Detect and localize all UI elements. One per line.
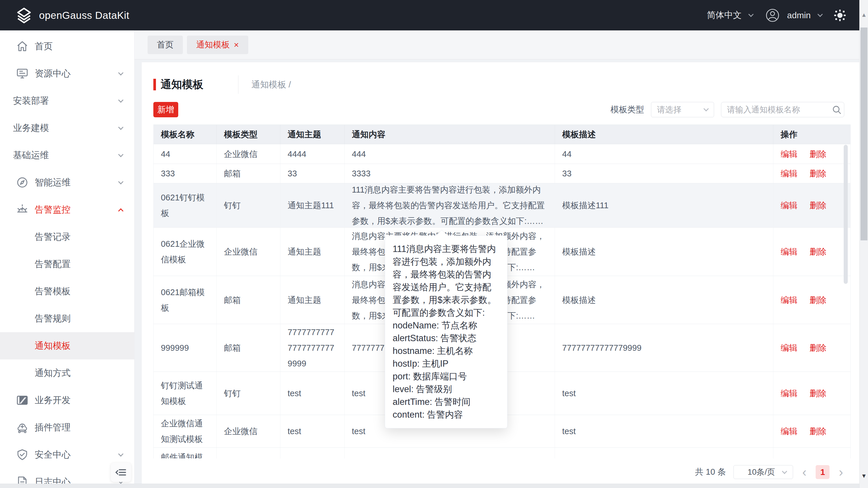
sidebar-item-basic-ops[interactable]: 基础运维 (0, 142, 134, 169)
prev-page-button[interactable]: ‹ (801, 466, 808, 478)
cell-type: 企业微信 (217, 144, 280, 164)
cell-type: 邮箱 (217, 448, 280, 458)
sidebar-item-label: 告警记录 (35, 231, 71, 243)
search-icon[interactable] (832, 105, 842, 115)
select-chevron-down-icon (703, 106, 709, 111)
theme-toggle-icon[interactable] (834, 9, 846, 22)
sidebar-item-install-deploy[interactable]: 安装部署 (0, 87, 134, 114)
delete-link[interactable]: 删除 (810, 385, 826, 401)
chevron-up-icon (118, 208, 123, 213)
cell-type: 邮箱 (217, 324, 280, 372)
scroll-down-icon[interactable]: ▼ (860, 472, 868, 479)
chevron-down-icon (118, 97, 123, 103)
cell-description (555, 448, 773, 458)
cell-actions: 编辑 删除 (773, 372, 850, 415)
edit-link[interactable]: 编辑 (781, 292, 797, 308)
delete-link[interactable]: 删除 (810, 456, 826, 458)
table-scrollbar-thumb[interactable] (844, 145, 848, 284)
delete-link[interactable]: 删除 (810, 166, 826, 181)
chevron-down-icon (118, 179, 123, 184)
delete-link[interactable]: 删除 (810, 292, 826, 308)
table-row-clipped: 邮件通知模板 邮箱 编辑 删除 (154, 448, 850, 458)
cell-subject: 4444 (280, 144, 345, 164)
sidebar-item-notify-templates[interactable]: 通知模板 (0, 332, 134, 360)
edit-link[interactable]: 编辑 (781, 340, 797, 356)
page-size-value: 10条/页 (740, 466, 783, 478)
user-menu[interactable]: admin (787, 10, 811, 20)
breadcrumb-separator: / (288, 80, 291, 89)
sidebar-item-plugin-management[interactable]: 插件管理 (0, 414, 134, 441)
cell-name: 0621企业微信模板 (154, 228, 217, 276)
template-type-select[interactable]: 请选择 (651, 102, 714, 117)
table-row: 333 邮箱 33 3333 33 编辑 删除 (154, 164, 850, 183)
language-selector[interactable]: 简体中文 (707, 9, 742, 21)
sidebar-item-alert-templates[interactable]: 告警模板 (0, 278, 134, 305)
edit-link[interactable]: 编辑 (781, 423, 797, 439)
cell-name: 0621钉钉模板 (154, 183, 217, 227)
sidebar-item-label: 安装部署 (13, 95, 49, 107)
app-title: openGauss DataKit (39, 9, 129, 21)
table-row-hovered: 0621钉钉模板 钉钉 通知主题111 111消息内容主要将告警内容进行包装，添… (154, 183, 850, 228)
content-card: 通知模板 通知模板 / 新增 模板类型 请选择 (142, 62, 859, 484)
add-button[interactable]: 新增 (153, 102, 178, 117)
column-header: 通知内容 (345, 125, 555, 144)
cell-actions: 编辑 删除 (773, 164, 850, 183)
sidebar-item-business-dev[interactable]: 业务开发 (0, 386, 134, 414)
sidebar-item-alert-rules[interactable]: 告警规则 (0, 305, 134, 332)
home-icon (16, 40, 29, 53)
next-page-button[interactable]: › (837, 466, 845, 478)
cell-description: 77777777777779999 (555, 324, 773, 372)
cell-type: 企业微信 (217, 228, 280, 276)
chevron-down-icon (118, 451, 123, 456)
sidebar-item-home[interactable]: 首页 (0, 33, 134, 60)
template-type-label: 模板类型 (611, 104, 644, 116)
scroll-up-icon[interactable]: ▲ (860, 11, 868, 18)
filter-toolbar: 模板类型 请选择 (611, 102, 844, 117)
sidebar-collapse-button[interactable] (111, 463, 131, 482)
tab-close-icon[interactable]: × (234, 40, 239, 49)
delete-link[interactable]: 删除 (810, 340, 826, 356)
cell-description: 33 (555, 164, 773, 183)
edit-link[interactable]: 编辑 (781, 385, 797, 401)
breadcrumb-item[interactable]: 通知模板 (251, 80, 286, 89)
edit-link[interactable]: 编辑 (781, 244, 797, 259)
delete-link[interactable]: 删除 (810, 146, 826, 162)
cell-name: 44 (154, 144, 217, 164)
cell-subject (280, 448, 345, 458)
shield-icon (16, 448, 29, 461)
column-header: 通知主题 (280, 125, 345, 144)
delete-link[interactable]: 删除 (810, 244, 826, 259)
sidebar-item-alert-monitoring[interactable]: 告警监控 (0, 196, 134, 223)
tab-label: 首页 (157, 39, 174, 51)
sidebar-item-intelligent-ops[interactable]: 智能运维 (0, 169, 134, 196)
page-size-select[interactable]: 10条/页 (734, 465, 793, 479)
edit-link[interactable]: 编辑 (781, 166, 797, 181)
current-page-button[interactable]: 1 (816, 465, 830, 479)
edit-link[interactable]: 编辑 (781, 146, 797, 162)
cell-content[interactable]: 111消息内容主要将告警内容进行包装，添加额外内容，最终将包装的告警内容发送给用… (345, 183, 555, 227)
cell-actions: 编辑 删除 (773, 276, 850, 324)
sidebar-item-notify-methods[interactable]: 通知方式 (0, 360, 134, 386)
search-box[interactable] (721, 102, 844, 117)
sidebar-item-alert-records[interactable]: 告警记录 (0, 223, 134, 251)
tab-home[interactable]: 首页 (148, 36, 183, 54)
edit-link[interactable]: 编辑 (781, 198, 797, 213)
delete-link[interactable]: 删除 (810, 423, 826, 439)
column-header: 模板类型 (217, 125, 280, 144)
language-chevron-down-icon[interactable] (748, 11, 754, 17)
app-root: openGauss DataKit 简体中文 admin (0, 0, 868, 488)
alarm-icon (16, 203, 29, 216)
window-scrollbar[interactable]: ▲ ▼ (859, 0, 868, 488)
sidebar-item-label: 告警规则 (35, 313, 71, 325)
sidebar-item-resource-center[interactable]: 资源中心 (0, 60, 134, 87)
delete-link[interactable]: 删除 (810, 198, 826, 213)
user-chevron-down-icon[interactable] (817, 11, 823, 17)
edit-link[interactable]: 编辑 (781, 456, 797, 458)
tab-notify-templates[interactable]: 通知模板 × (187, 36, 248, 54)
sidebar-item-alert-config[interactable]: 告警配置 (0, 251, 134, 278)
sidebar-item-business-modeling[interactable]: 业务建模 (0, 114, 134, 142)
search-input[interactable] (727, 105, 832, 114)
chevron-down-icon (118, 152, 123, 157)
window-scrollbar-thumb[interactable] (861, 28, 867, 240)
cell-content: 444 (345, 144, 555, 164)
